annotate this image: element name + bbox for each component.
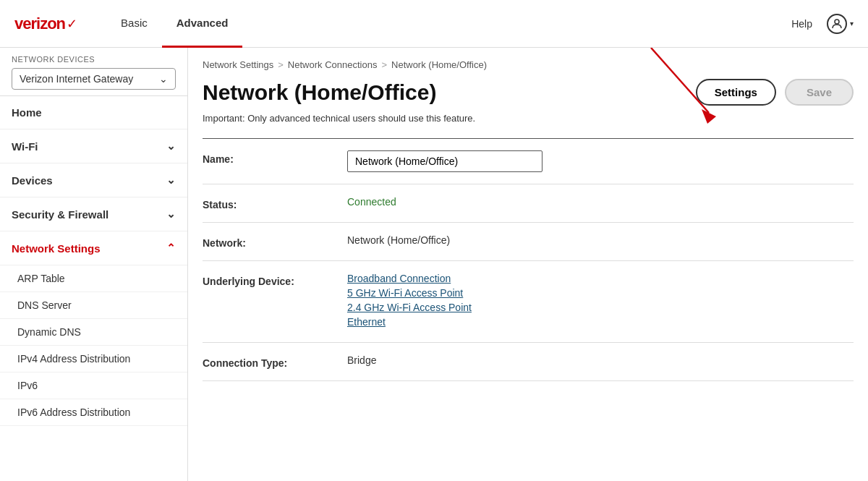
nav-right: Help ▾ xyxy=(791,14,854,34)
sidebar-device-label: Network Devices xyxy=(12,55,176,64)
sidebar-item-security-chevron-icon: ⌄ xyxy=(166,208,176,221)
logo-text: verizon xyxy=(14,14,65,33)
sidebar-device-section: Network Devices Verizon Internet Gateway… xyxy=(0,48,187,96)
sidebar-item-devices-label: Devices xyxy=(12,174,53,187)
content-area: Network Settings > Network Connections >… xyxy=(188,48,868,481)
sidebar-sub-item-dns[interactable]: DNS Server xyxy=(0,292,187,319)
underlying-device-link-3[interactable]: Ethernet xyxy=(347,316,854,328)
sidebar: Network Devices Verizon Internet Gateway… xyxy=(0,48,188,481)
sidebar-item-security-label: Security & Firewall xyxy=(12,208,109,221)
form-value-connection-type: Bridge xyxy=(347,354,854,366)
sidebar-sub-item-ipv4[interactable]: IPv4 Address Distribution xyxy=(0,346,187,373)
sidebar-sub-item-ipv6-address[interactable]: IPv6 Address Distribution xyxy=(0,399,187,426)
sidebar-sub-item-ipv6[interactable]: IPv6 xyxy=(0,373,187,399)
save-button: Save xyxy=(785,79,854,106)
sidebar-sub-item-dynamic-dns[interactable]: Dynamic DNS xyxy=(0,319,187,346)
form-label-status: Status: xyxy=(203,196,347,210)
status-connected-text: Connected xyxy=(347,196,396,208)
sidebar-item-home-label: Home xyxy=(12,106,42,119)
device-selector[interactable]: Verizon Internet Gateway ⌄ xyxy=(12,68,176,90)
nav-links: Basic Advanced xyxy=(106,0,242,48)
breadcrumb: Network Settings > Network Connections >… xyxy=(203,59,854,70)
form-label-underlying-device: Underlying Device: xyxy=(203,273,347,287)
form-row-status: Status: Connected xyxy=(203,184,854,223)
user-menu[interactable]: ▾ xyxy=(827,14,854,34)
sidebar-sub-item-arp[interactable]: ARP Table xyxy=(0,265,187,292)
sidebar-item-network-settings-chevron-icon: ⌃ xyxy=(166,242,176,255)
underlying-device-link-0[interactable]: Broadband Connection xyxy=(347,273,854,284)
form-value-underlying-device: Broadband Connection 5 GHz Wi-Fi Access … xyxy=(347,273,854,331)
settings-button[interactable]: Settings xyxy=(696,79,776,106)
form-value-status: Connected xyxy=(347,196,854,208)
content-body: Important: Only advanced technical users… xyxy=(188,113,868,481)
sidebar-item-security[interactable]: Security & Firewall ⌄ xyxy=(0,197,187,231)
breadcrumb-item-2[interactable]: Network Connections xyxy=(288,59,378,70)
main-layout: Network Devices Verizon Internet Gateway… xyxy=(0,48,868,481)
form-label-network: Network: xyxy=(203,234,347,249)
svg-point-0 xyxy=(835,20,839,24)
form-value-name xyxy=(347,150,854,172)
nav-advanced[interactable]: Advanced xyxy=(162,0,243,48)
device-selector-chevron-icon: ⌄ xyxy=(159,73,168,85)
logo-check: ✓ xyxy=(67,16,77,32)
device-name: Verizon Internet Gateway xyxy=(20,73,133,85)
user-avatar-icon xyxy=(827,14,847,34)
sidebar-item-network-settings[interactable]: Network Settings ⌃ xyxy=(0,231,187,265)
sidebar-item-wifi[interactable]: Wi-Fi ⌄ xyxy=(0,129,187,163)
notice-text: Important: Only advanced technical users… xyxy=(203,113,854,131)
help-link[interactable]: Help xyxy=(791,18,812,30)
form-row-connection-type: Connection Type: Bridge xyxy=(203,343,854,381)
name-input[interactable] xyxy=(347,150,542,172)
logo: verizon✓ xyxy=(14,14,77,33)
underlying-device-link-2[interactable]: 2.4 GHz Wi-Fi Access Point xyxy=(347,302,854,313)
form-row-underlying-device: Underlying Device: Broadband Connection … xyxy=(203,261,854,343)
sidebar-item-wifi-label: Wi-Fi xyxy=(12,140,38,153)
form-value-network: Network (Home/Office) xyxy=(347,234,854,246)
form-row-network: Network: Network (Home/Office) xyxy=(203,223,854,261)
breadcrumb-sep-1: > xyxy=(278,59,284,70)
sidebar-scroll: Home Wi-Fi ⌄ Devices ⌄ Security & Firewa… xyxy=(0,96,187,481)
sidebar-item-home[interactable]: Home xyxy=(0,96,187,129)
nav-basic[interactable]: Basic xyxy=(106,0,162,48)
breadcrumb-item-3: Network (Home/Office) xyxy=(391,59,487,70)
page-title: Network (Home/Office) xyxy=(203,80,436,105)
button-row: Settings Save xyxy=(696,79,854,106)
sidebar-item-wifi-chevron-icon: ⌄ xyxy=(166,140,176,153)
sidebar-item-devices[interactable]: Devices ⌄ xyxy=(0,163,187,197)
form-row-name: Name: xyxy=(203,139,854,184)
breadcrumb-item-1[interactable]: Network Settings xyxy=(203,59,273,70)
top-navigation: verizon✓ Basic Advanced Help ▾ xyxy=(0,0,868,48)
sidebar-item-devices-chevron-icon: ⌄ xyxy=(166,174,176,187)
breadcrumb-sep-2: > xyxy=(381,59,387,70)
content-header: Network Settings > Network Connections >… xyxy=(188,48,868,113)
user-chevron-icon: ▾ xyxy=(850,20,854,27)
form-label-connection-type: Connection Type: xyxy=(203,354,347,369)
underlying-device-link-1[interactable]: 5 GHz Wi-Fi Access Point xyxy=(347,287,854,299)
page-title-row: Network (Home/Office) Settings Save xyxy=(203,79,854,106)
form-label-name: Name: xyxy=(203,150,347,165)
sidebar-item-network-settings-label: Network Settings xyxy=(12,242,101,255)
